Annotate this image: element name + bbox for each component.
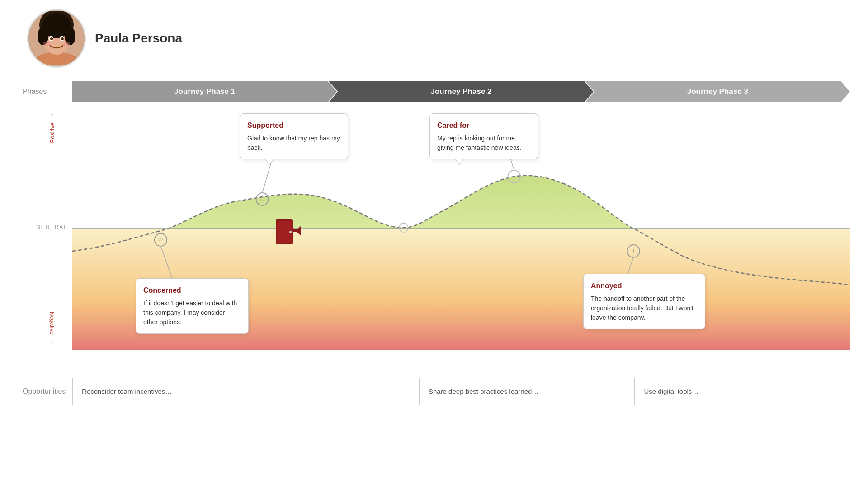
svg-point-13: [43, 42, 50, 46]
svg-rect-34: [293, 229, 300, 232]
phases-label: Phases: [18, 88, 72, 96]
opportunities-row: Opportunities Reconsider team incentives…: [18, 378, 850, 405]
persona-name: Paula Persona: [95, 31, 182, 46]
main-container: Paula Persona Phases Journey Phase 1 Jou…: [0, 0, 868, 495]
y-negative-label: Negative: [49, 312, 56, 335]
y-positive-label: Positive: [49, 122, 56, 143]
phases-bar: Journey Phase 1 Journey Phase 2 Journey …: [72, 81, 850, 102]
svg-text:!: !: [632, 248, 634, 255]
callout-supported: Supported Glad to know that my rep has m…: [240, 113, 348, 159]
door-icon: [274, 217, 301, 248]
opp-cell-3: Use digital tools…: [634, 378, 850, 405]
callout-annoyed: Annoyed The handoff to another part of t…: [583, 274, 705, 329]
svg-text:♡: ♡: [158, 236, 164, 243]
svg-point-11: [50, 37, 53, 40]
svg-point-35: [289, 231, 292, 233]
phase-1[interactable]: Journey Phase 1: [72, 81, 337, 102]
callout-concerned: Concerned If it doesn't get easier to de…: [136, 278, 249, 334]
phase-3[interactable]: Journey Phase 3: [585, 81, 850, 102]
phases-row: Phases Journey Phase 1 Journey Phase 2 J…: [18, 81, 850, 102]
svg-text:♡: ♡: [259, 196, 265, 203]
y-neutral-label: NEUTRAL: [36, 224, 68, 230]
journey-chart: ♡ ♡ !: [72, 107, 850, 350]
phase-2[interactable]: Journey Phase 2: [329, 81, 593, 102]
persona-header: Paula Persona: [18, 9, 850, 68]
avatar: [27, 9, 86, 68]
svg-point-14: [63, 42, 70, 46]
opportunities-cells: Reconsider team incentives… Share deep b…: [72, 378, 850, 405]
callout-cared-for: Cared for My rep is looking out for me, …: [429, 113, 538, 159]
svg-point-12: [61, 37, 64, 40]
opp-cell-2: Share deep best practices learned…: [419, 378, 635, 405]
chart-area: ↑ Positive NEUTRAL Negative ↓: [18, 107, 850, 378]
opportunities-label: Opportunities: [18, 378, 72, 405]
opp-cell-1: Reconsider team incentives…: [72, 378, 419, 405]
